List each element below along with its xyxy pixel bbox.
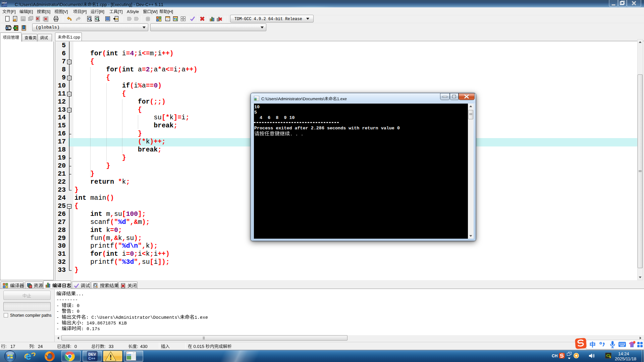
svg-text:C++: C++ bbox=[89, 356, 96, 360]
svg-text:e: e bbox=[25, 351, 31, 362]
svg-text:!: ! bbox=[609, 356, 610, 358]
svg-text:DEV: DEV bbox=[89, 352, 96, 356]
